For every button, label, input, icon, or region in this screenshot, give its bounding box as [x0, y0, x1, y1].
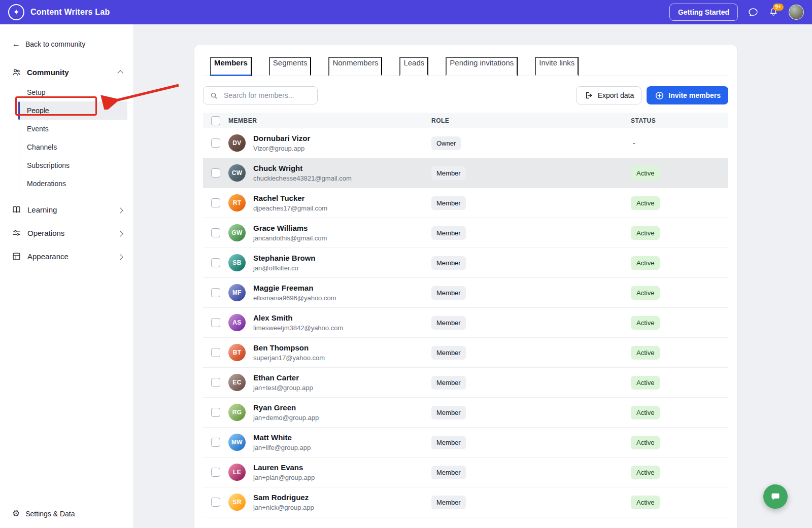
row-checkbox[interactable] [211, 348, 220, 357]
plus-circle-icon [654, 90, 664, 100]
tab-nonmembers[interactable]: Nonmembers [328, 57, 382, 76]
table-row[interactable]: LE Lauren Evans jan+plan@group.app Membe… [203, 457, 728, 487]
status-cell: Active [631, 316, 728, 330]
chevron-right-icon [117, 231, 123, 236]
status-badge: Active [631, 196, 660, 210]
tab-pending-invitations[interactable]: Pending invitations [446, 57, 518, 76]
role-badge: Member [431, 286, 466, 300]
table-row[interactable]: BT Ben Thompson superjan17@yahoo.com Mem… [203, 338, 728, 368]
status-badge: Active [631, 226, 660, 240]
invite-members-button[interactable]: Invite members [647, 86, 728, 104]
notifications-button[interactable]: 9+ [768, 7, 779, 17]
sidebar-section-label: Learning [27, 205, 57, 214]
sidebar-section-learning[interactable]: Learning [0, 198, 133, 221]
row-checkbox[interactable] [211, 408, 220, 417]
select-all-checkbox[interactable] [211, 116, 220, 125]
invite-members-label: Invite members [668, 91, 721, 99]
member-avatar: DV [228, 134, 246, 152]
status-badge: Active [631, 436, 660, 449]
getting-started-button[interactable]: Getting Started [669, 4, 738, 21]
row-checkbox[interactable] [211, 438, 220, 447]
row-checkbox[interactable] [211, 228, 220, 237]
column-header-role: Role [431, 117, 631, 124]
back-to-community-label: Back to community [25, 40, 85, 48]
sidebar-item-setup[interactable]: Setup [19, 83, 127, 101]
row-checkbox[interactable] [211, 468, 220, 477]
table-row[interactable]: RT Rachel Tucker djpeaches17@gmail.com M… [203, 188, 728, 218]
table-row[interactable]: MW Matt White jan+life@group.app Member … [203, 428, 728, 457]
settings-and-data-link[interactable]: ⚙ Settings & Data [0, 500, 133, 528]
notification-count-badge: 9+ [773, 4, 784, 11]
row-checkbox[interactable] [211, 168, 220, 178]
topbar: ✦ Content Writers Lab Getting Started 9+ [0, 0, 812, 24]
member-email: jan+nick@group.app [253, 504, 314, 511]
member-name: Grace Williams [253, 224, 327, 233]
chevron-right-icon [117, 207, 123, 213]
sidebar-section-appearance[interactable]: Appearance [0, 244, 133, 268]
table-row[interactable]: GW Grace Williams jancandothis@gmail.com… [203, 218, 728, 248]
table-row[interactable]: AS Alex Smith limesweetjm3842@yahoo.com … [203, 308, 728, 338]
table-row[interactable]: RG Ryan Green jan+demo@group.app Member … [203, 398, 728, 428]
row-checkbox[interactable] [211, 198, 220, 207]
search-input[interactable] [223, 91, 317, 100]
sidebar-item-subscriptions[interactable]: Subscriptions [19, 156, 127, 174]
row-checkbox[interactable] [211, 378, 220, 387]
table-row[interactable]: DV Dornubari Vizor Vizor@group.app Owner… [203, 128, 728, 158]
tab-members[interactable]: Members [210, 57, 252, 76]
members-card: Members Segments Nonmembers Leads Pendin… [194, 45, 737, 528]
member-avatar: MF [228, 284, 246, 301]
chat-launcher-button[interactable] [763, 484, 788, 509]
table-row[interactable]: CW Chuck Wright chuckiechesse43821@gmail… [203, 158, 728, 188]
member-avatar: RG [228, 404, 246, 421]
tab-invite-links[interactable]: Invite links [535, 57, 579, 76]
role-badge: Member [431, 316, 466, 330]
brand[interactable]: ✦ Content Writers Lab [8, 4, 110, 20]
status-cell: Active [631, 406, 728, 419]
sidebar-item-label: Setup [27, 88, 46, 96]
member-name: Matt White [253, 433, 311, 443]
role-badge: Member [431, 466, 466, 479]
chat-launcher-icon [770, 491, 781, 502]
back-to-community-link[interactable]: ← Back to community [0, 24, 133, 53]
row-checkbox[interactable] [211, 498, 220, 507]
chevron-right-icon [117, 254, 123, 260]
status-badge: Active [631, 376, 660, 390]
member-email: Vizor@group.app [253, 145, 310, 152]
member-avatar: GW [228, 224, 246, 241]
sidebar-item-moderations[interactable]: Moderations [19, 174, 127, 193]
tab-leads[interactable]: Leads [399, 57, 428, 76]
member-name: Dornubari Vizor [253, 134, 310, 144]
row-checkbox[interactable] [211, 288, 220, 297]
status-cell: Active [631, 496, 728, 509]
status-cell: Active [631, 256, 728, 270]
tab-segments[interactable]: Segments [269, 57, 312, 76]
sidebar-item-channels[interactable]: Channels [19, 138, 127, 156]
status-cell: Active [631, 196, 728, 210]
row-checkbox[interactable] [211, 138, 220, 148]
sidebar-section-operations[interactable]: Operations [0, 221, 133, 244]
row-checkbox[interactable] [211, 318, 220, 327]
member-email: ellismania9696@yahoo.com [253, 294, 336, 302]
member-avatar: MW [228, 434, 246, 451]
app-logo-icon: ✦ [8, 4, 24, 20]
role-badge: Member [431, 346, 466, 360]
gear-icon: ⚙ [12, 509, 20, 518]
sidebar-item-events[interactable]: Events [19, 120, 127, 138]
member-name: Stephanie Brown [253, 254, 316, 263]
messages-button[interactable] [748, 7, 758, 17]
table-row[interactable]: EC Ethan Carter jan+test@group.app Membe… [203, 368, 728, 398]
table-row[interactable]: MF Maggie Freeman ellismania9696@yahoo.c… [203, 278, 728, 308]
sidebar-item-people[interactable]: People [19, 101, 127, 120]
export-icon [584, 90, 594, 100]
status-badge: Active [631, 256, 660, 270]
member-avatar: SR [228, 494, 246, 511]
row-checkbox[interactable] [211, 258, 220, 267]
user-avatar[interactable] [789, 5, 804, 20]
export-data-button[interactable]: Export data [576, 86, 642, 104]
status-cell: - [631, 139, 728, 147]
table-row[interactable]: SR Sam Rodriguez jan+nick@group.app Memb… [203, 487, 728, 517]
status-badge: Active [631, 346, 660, 360]
table-row[interactable]: SB Stephanie Brown jan@offkilter.co Memb… [203, 248, 728, 278]
sidebar-section-community[interactable]: Community [0, 60, 133, 81]
members-table-body: DV Dornubari Vizor Vizor@group.app Owner… [203, 128, 728, 517]
